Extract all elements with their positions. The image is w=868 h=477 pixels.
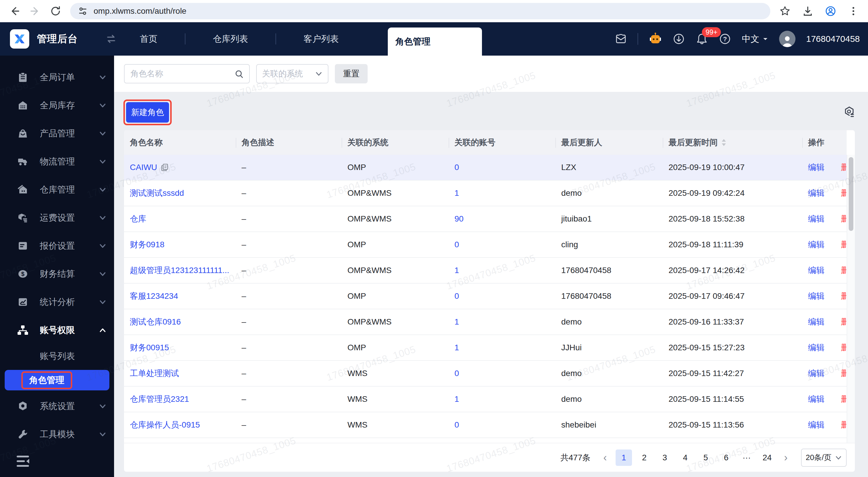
page-button-24[interactable]: 24 [759, 449, 775, 466]
delete-link[interactable]: 删除 [841, 162, 847, 173]
sidebar-item-0[interactable]: 全局订单 [0, 63, 114, 91]
sidebar-item-7[interactable]: $财务结算 [0, 260, 114, 288]
accounts-link[interactable]: 1 [455, 343, 459, 352]
sidebar-item-4[interactable]: 仓库管理 [0, 176, 114, 204]
sidebar-item-9[interactable]: 账号权限 [0, 316, 114, 344]
edit-link[interactable]: 编辑 [808, 162, 825, 173]
edit-link[interactable]: 编辑 [808, 213, 825, 225]
help-icon[interactable]: ? [719, 33, 731, 45]
edit-link[interactable]: 编辑 [808, 419, 825, 430]
browser-refresh-icon[interactable] [50, 5, 61, 17]
role-name-link[interactable]: 财务00915 [130, 342, 169, 353]
edit-link[interactable]: 编辑 [808, 368, 825, 379]
page-button-1[interactable]: 1 [616, 449, 632, 466]
edit-link[interactable]: 编辑 [808, 291, 825, 302]
role-name-link[interactable]: 客服1234234 [130, 291, 178, 302]
browser-profile-icon[interactable] [825, 5, 836, 17]
sidebar-item-10[interactable]: 系统设置 [0, 392, 114, 420]
sidebar-item-8[interactable]: 统计分析 [0, 288, 114, 316]
edit-link[interactable]: 编辑 [808, 342, 825, 353]
role-name-link[interactable]: 测试测试sssdd [130, 187, 184, 199]
browser-back-icon[interactable] [9, 5, 21, 17]
role-name-link[interactable]: CAIWU [130, 163, 157, 172]
delete-link[interactable]: 删除 [841, 265, 847, 276]
page-button-5[interactable]: 5 [698, 449, 714, 466]
role-name-link[interactable]: 仓库操作人员-0915 [130, 419, 200, 430]
sidebar-item-2[interactable]: 产品管理 [0, 119, 114, 148]
notification-bell[interactable]: 99+ [695, 32, 708, 46]
avatar[interactable] [779, 31, 796, 47]
accounts-link[interactable]: 0 [455, 420, 459, 429]
delete-link[interactable]: 删除 [841, 394, 847, 405]
page-button-6[interactable]: 6 [718, 449, 734, 466]
page-ellipsis[interactable]: ··· [739, 449, 755, 466]
address-bar[interactable]: omp.xlwms.com/auth/role [70, 3, 770, 19]
delete-link[interactable]: 删除 [841, 187, 847, 199]
accounts-link[interactable]: 90 [455, 214, 464, 223]
edit-link[interactable]: 编辑 [808, 316, 825, 327]
sidebar-item-1[interactable]: 全局库存 [0, 91, 114, 119]
delete-link[interactable]: 删除 [841, 419, 847, 430]
delete-link[interactable]: 删除 [841, 239, 847, 250]
delete-link[interactable]: 删除 [841, 342, 847, 353]
accounts-link[interactable]: 0 [455, 369, 459, 378]
robot-assistant-icon[interactable] [649, 32, 662, 46]
system-select[interactable]: 关联的系统 [256, 64, 329, 83]
accounts-link[interactable]: 0 [455, 292, 459, 301]
role-name-link[interactable]: 测试仓库0916 [130, 316, 181, 327]
edit-link[interactable]: 编辑 [808, 265, 825, 276]
accounts-link[interactable]: 1 [455, 394, 459, 404]
delete-link[interactable]: 删除 [841, 368, 847, 379]
top-tab-1[interactable]: 仓库列表 [211, 33, 250, 45]
accounts-link[interactable]: 0 [455, 240, 459, 249]
sidebar-item-3[interactable]: 物流管理 [0, 148, 114, 176]
page-button-4[interactable]: 4 [677, 449, 693, 466]
collapse-sidebar-icon[interactable] [17, 454, 31, 468]
role-name-link[interactable]: 超级管理员123123111111... [130, 265, 229, 276]
sidebar-subitem-9-0[interactable]: 账号列表 [0, 344, 114, 368]
edit-link[interactable]: 编辑 [808, 394, 825, 405]
role-name-link[interactable]: 仓库 [130, 213, 146, 225]
role-name-link[interactable]: 财务0918 [130, 239, 164, 250]
tab-role-management[interactable]: 角色管理 [388, 28, 482, 56]
browser-forward-icon[interactable] [29, 5, 41, 17]
accounts-link[interactable]: 1 [455, 317, 459, 327]
page-button-3[interactable]: 3 [656, 449, 673, 466]
page-size-select[interactable]: 20条/页 [801, 449, 847, 467]
edit-link[interactable]: 编辑 [808, 239, 825, 250]
sidebar-item-5[interactable]: 运费设置 [0, 204, 114, 232]
delete-link[interactable]: 删除 [841, 316, 847, 327]
create-role-button[interactable]: 新建角色 [126, 102, 169, 123]
message-icon[interactable] [615, 33, 627, 45]
language-selector[interactable]: 中文 [742, 33, 769, 45]
role-name-search-input[interactable]: 角色名称 [124, 64, 250, 83]
reset-button[interactable]: 重置 [335, 64, 368, 83]
accounts-link[interactable]: 1 [455, 188, 459, 198]
accounts-link[interactable]: 1 [455, 266, 459, 275]
scrollbar-thumb[interactable] [849, 157, 854, 231]
delete-link[interactable]: 删除 [841, 291, 847, 302]
column-settings-icon[interactable] [843, 106, 855, 118]
bookmark-star-icon[interactable] [779, 5, 791, 17]
switch-system-icon[interactable] [105, 33, 117, 45]
download-center-icon[interactable] [673, 33, 685, 45]
edit-link[interactable]: 编辑 [808, 187, 825, 199]
browser-menu-icon[interactable] [847, 5, 859, 17]
sidebar-subitem-9-1[interactable]: 角色管理 [5, 370, 110, 390]
role-name-link[interactable]: 工单处理测试 [130, 368, 179, 379]
search-icon[interactable] [234, 69, 245, 80]
copy-icon[interactable] [160, 163, 169, 172]
delete-link[interactable]: 删除 [841, 213, 847, 225]
sidebar-item-11[interactable]: 工具模块 [0, 420, 114, 448]
role-name-link[interactable]: 仓库管理员2321 [130, 394, 189, 405]
site-settings-icon[interactable] [78, 6, 88, 16]
download-icon[interactable] [802, 5, 814, 17]
sort-icon[interactable] [721, 139, 726, 147]
top-tab-0[interactable]: 首页 [137, 33, 160, 45]
page-button-2[interactable]: 2 [636, 449, 652, 466]
next-page-icon[interactable]: › [779, 449, 792, 466]
app-logo[interactable] [10, 29, 29, 49]
prev-page-icon[interactable]: ‹ [599, 449, 612, 466]
sidebar-item-6[interactable]: 报价设置 [0, 232, 114, 260]
top-tab-2[interactable]: 客户列表 [301, 33, 341, 45]
